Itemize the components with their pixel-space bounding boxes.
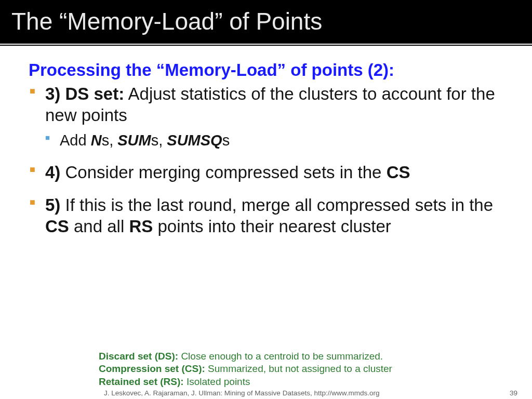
- term-sum: SUM: [117, 132, 151, 149]
- slide-title: The “Memory-Load” of Points: [0, 0, 532, 44]
- bullet-text: points into their nearest cluster: [153, 217, 391, 236]
- legend-row: Retained set (RS): Isolated points: [99, 376, 532, 388]
- bullet-number: 5): [45, 195, 60, 215]
- sub-text: s,: [151, 132, 167, 149]
- bullet-number: 4): [45, 163, 60, 182]
- slide-content: Processing the “Memory-Load” of points (…: [0, 46, 532, 350]
- term-sumsq: SUMSQ: [167, 132, 222, 149]
- legend-label-rs: Retained set (RS):: [99, 376, 184, 387]
- legend-text: Summarized, but not assigned to a cluste…: [205, 363, 392, 374]
- legend-label-cs: Compression set (CS):: [99, 363, 205, 374]
- sub-text: Add: [60, 132, 91, 149]
- legend-text: Isolated points: [184, 376, 250, 387]
- bullet-item: 4) Consider merging compressed sets in t…: [29, 162, 503, 183]
- section-heading: Processing the “Memory-Load” of points (…: [29, 60, 503, 80]
- slide: The “Memory-Load” of Points Processing t…: [0, 0, 532, 399]
- bullet-text: If this is the last round, merge all com…: [60, 195, 493, 215]
- term-cs: CS: [387, 163, 410, 182]
- legend-row: Compression set (CS): Summarized, but no…: [99, 363, 532, 375]
- footer: J. Leskovec, A. Rajaraman, J. Ullman: Mi…: [0, 388, 532, 399]
- page-number: 39: [510, 389, 517, 397]
- sub-item: Add Ns, SUMs, SUMSQs: [45, 131, 503, 150]
- sub-list: Add Ns, SUMs, SUMSQs: [45, 131, 503, 150]
- bullet-list: 3) DS set: Adjust statistics of the clus…: [29, 83, 503, 237]
- bullet-number: 3) DS set:: [45, 84, 124, 103]
- legend-label-ds: Discard set (DS):: [99, 351, 178, 362]
- sub-text: s,: [102, 132, 118, 149]
- bullet-item: 3) DS set: Adjust statistics of the clus…: [29, 83, 503, 150]
- legend-row: Discard set (DS): Close enough to a cent…: [99, 350, 532, 363]
- sub-text: s: [222, 132, 230, 149]
- footer-credit: J. Leskovec, A. Rajaraman, J. Ullman: Mi…: [104, 389, 379, 397]
- term-rs: RS: [129, 217, 153, 236]
- term-cs: CS: [45, 217, 69, 236]
- term-n: N: [91, 132, 102, 149]
- bullet-item: 5) If this is the last round, merge all …: [29, 194, 503, 237]
- bullet-text: Consider merging compressed sets in the: [60, 163, 386, 182]
- bullet-text: and all: [69, 217, 129, 236]
- legend-block: Discard set (DS): Close enough to a cent…: [0, 350, 532, 388]
- legend-text: Close enough to a centroid to be summari…: [178, 351, 383, 362]
